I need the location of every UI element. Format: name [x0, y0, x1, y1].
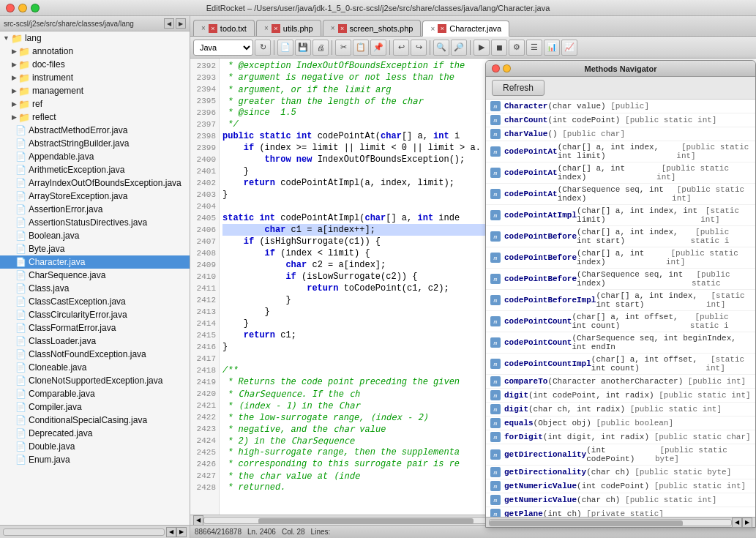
- method-item-compareTo[interactable]: mcompareTo(Character anotherCharacter) […: [486, 375, 755, 389]
- tree-item-ClassFormatError.java[interactable]: 📄ClassFormatError.java: [0, 321, 190, 335]
- scroll-right2[interactable]: ▶: [176, 527, 187, 537]
- methods-close-btn[interactable]: [492, 64, 500, 72]
- methods-scrollbar-thumb[interactable]: [490, 520, 683, 526]
- window-controls[interactable]: [6, 4, 40, 12]
- method-item-codePointAt[interactable]: mcodePointAt(char[] a, int index, int li…: [486, 141, 755, 162]
- method-item-codePointCount[interactable]: mcodePointCount(CharSequence seq, int be…: [486, 332, 755, 354]
- tab-close-icon[interactable]: ×: [201, 24, 206, 32]
- scroll-arrows[interactable]: ◀ ▶: [164, 18, 186, 29]
- tree-item-Appendable.java[interactable]: 📄Appendable.java: [0, 150, 190, 163]
- tab-screen_shots-php[interactable]: ××screen_shots.php: [323, 20, 422, 36]
- method-item-getPlane[interactable]: mgetPlane(int ch) [private static]: [486, 507, 755, 517]
- tree-item-Deprecated.java[interactable]: 📄Deprecated.java: [0, 427, 190, 440]
- tree-item-Enum.java[interactable]: 📄Enum.java: [0, 453, 190, 466]
- tree-item-ArithmeticException.java[interactable]: 📄ArithmeticException.java: [0, 163, 190, 176]
- tree-item-ClassCastException.java[interactable]: 📄ClassCastException.java: [0, 295, 190, 308]
- method-item-getDirectionality[interactable]: mgetDirectionality(char ch) [public stat…: [486, 466, 755, 479]
- tab-Character-java[interactable]: ××Character.java: [422, 20, 509, 37]
- method-item-codePointAt[interactable]: mcodePointAt(char[] a, int index) [publi…: [486, 162, 755, 184]
- toolbar-btn-7[interactable]: 📌: [370, 40, 386, 56]
- toolbar-btn-12[interactable]: ▶: [474, 40, 490, 56]
- close-button[interactable]: [6, 4, 15, 12]
- methods-min-btn[interactable]: [503, 64, 511, 72]
- scroll-code-left[interactable]: ◀: [193, 515, 203, 526]
- method-item-Character[interactable]: mCharacter(char value) [public]: [486, 100, 755, 113]
- toolbar-btn-14[interactable]: ⚙: [509, 40, 525, 56]
- tree-item-ClassLoader.java[interactable]: 📄ClassLoader.java: [0, 335, 190, 348]
- method-item-forDigit[interactable]: mforDigit(int digit, int radix) [public …: [486, 430, 755, 444]
- toolbar-btn-2[interactable]: 📄: [277, 40, 293, 56]
- tree-item-Byte.java[interactable]: 📄Byte.java: [0, 242, 190, 255]
- tree-item-ref[interactable]: ▶📁ref: [0, 97, 190, 111]
- tab-bar[interactable]: ××todo.txt××utils.php××screen_shots.php×…: [190, 16, 756, 37]
- methods-scroll-left[interactable]: ◀: [732, 518, 742, 528]
- left-scrollbar[interactable]: [3, 528, 165, 536]
- method-item-codePointCount[interactable]: mcodePointCount(char[] a, int offset, in…: [486, 311, 755, 332]
- method-item-getDirectionality[interactable]: mgetDirectionality(int codePoint) [publi…: [486, 444, 755, 466]
- tree-item-Compiler.java[interactable]: 📄Compiler.java: [0, 400, 190, 414]
- toolbar-btn-15[interactable]: ☰: [526, 40, 542, 56]
- methods-scrollbar-track[interactable]: [489, 519, 732, 526]
- tree-item-AssertionStatusDirectives.java[interactable]: 📄AssertionStatusDirectives.java: [0, 216, 190, 229]
- tree-item-Class.java[interactable]: 📄Class.java: [0, 282, 190, 295]
- tree-item-ConditionalSpecialCasing.java[interactable]: 📄ConditionalSpecialCasing.java: [0, 414, 190, 427]
- tab-close-icon[interactable]: ×: [331, 24, 335, 32]
- method-item-getNumericValue[interactable]: mgetNumericValue(char ch) [public static…: [486, 493, 755, 507]
- scroll-right-btn[interactable]: ▶: [176, 18, 186, 29]
- method-item-digit[interactable]: mdigit(int codePoint, int radix) [public…: [486, 389, 755, 403]
- tree-item-ArrayStoreException.java[interactable]: 📄ArrayStoreException.java: [0, 190, 190, 203]
- toolbar-btn-17[interactable]: 📈: [561, 40, 577, 56]
- methods-window-controls[interactable]: [492, 64, 511, 72]
- method-item-codePointBefore[interactable]: mcodePointBefore(char[] a, int index) [p…: [486, 247, 755, 269]
- tree-item-Comparable.java[interactable]: 📄Comparable.java: [0, 387, 190, 400]
- methods-scroll-right[interactable]: ▶: [742, 518, 752, 528]
- tree-item-AssertionError.java[interactable]: 📄AssertionError.java: [0, 203, 190, 216]
- minimize-button[interactable]: [18, 4, 27, 12]
- toolbar-btn-5[interactable]: ✂: [335, 40, 351, 56]
- tree-item-ClassCircularityError.java[interactable]: 📄ClassCircularityError.java: [0, 308, 190, 321]
- language-select[interactable]: JavaPHPHTMLCSSJavaScript: [193, 40, 253, 56]
- tree-item-Double.java[interactable]: 📄Double.java: [0, 440, 190, 453]
- method-item-getNumericValue[interactable]: mgetNumericValue(int codePoint) [public …: [486, 479, 755, 493]
- tree-item-ClassNotFoundException.java[interactable]: 📄ClassNotFoundException.java: [0, 348, 190, 361]
- maximize-button[interactable]: [31, 4, 40, 12]
- toolbar-btn-16[interactable]: 📊: [544, 40, 560, 56]
- tree-item-doc-files[interactable]: ▶📁doc-files: [0, 58, 190, 71]
- method-item-digit[interactable]: mdigit(char ch, int radix) [public stati…: [486, 403, 755, 416]
- tree-item-AbstractMethodError.java[interactable]: 📄AbstractMethodError.java: [0, 124, 190, 137]
- tab-utils-php[interactable]: ××utils.php: [256, 20, 321, 36]
- tree-item-AbstractStringBuilder.java[interactable]: 📄AbstractStringBuilder.java: [0, 137, 190, 150]
- methods-list[interactable]: mCharacter(char value) [public]mcharCoun…: [486, 100, 755, 517]
- toolbar-btn-10[interactable]: 🔍: [433, 40, 449, 56]
- tab-todo-txt[interactable]: ××todo.txt: [193, 20, 255, 36]
- tree-item-CloneNotSupportedException.java[interactable]: 📄CloneNotSupportedException.java: [0, 374, 190, 387]
- toolbar-btn-3[interactable]: 💾: [295, 40, 311, 56]
- method-item-charCount[interactable]: mcharCount(int codePoint) [public static…: [486, 113, 755, 127]
- tree-item-instrument[interactable]: ▶📁instrument: [0, 71, 190, 84]
- code-scrollbar-thumb[interactable]: [258, 518, 474, 524]
- tree-item-Cloneable.java[interactable]: 📄Cloneable.java: [0, 361, 190, 374]
- method-item-equals[interactable]: mequals(Object obj) [public boolean]: [486, 416, 755, 430]
- tree-item-Boolean.java[interactable]: 📄Boolean.java: [0, 229, 190, 242]
- tree-item-lang[interactable]: ▼📁lang: [0, 31, 190, 45]
- method-item-codePointCountImpl[interactable]: mcodePointCountImpl(char[] a, int offset…: [486, 354, 755, 375]
- method-item-codePointAtImpl[interactable]: mcodePointAtImpl(char[] a, int index, in…: [486, 205, 755, 226]
- tree-item-ArrayIndexOutOfBoundsException.java[interactable]: 📄ArrayIndexOutOfBoundsException.java: [0, 176, 190, 190]
- toolbar-btn-4[interactable]: 🖨: [312, 40, 329, 56]
- toolbar-btn-1[interactable]: ↻: [255, 40, 271, 56]
- methods-toolbar[interactable]: Refresh: [486, 77, 755, 100]
- toolbar-btn-13[interactable]: ⏹: [491, 40, 507, 56]
- tree-item-reflect[interactable]: ▶📁reflect: [0, 111, 190, 124]
- toolbar-btn-8[interactable]: ↩: [393, 40, 409, 56]
- tree-item-CharSequence.java[interactable]: 📄CharSequence.java: [0, 269, 190, 282]
- tab-close-icon[interactable]: ×: [430, 25, 435, 33]
- scroll-left2[interactable]: ◀: [166, 527, 176, 537]
- toolbar-btn-6[interactable]: 📋: [353, 40, 369, 56]
- tree-item-annotation[interactable]: ▶📁annotation: [0, 45, 190, 58]
- method-item-codePointBefore[interactable]: mcodePointBefore(char[] a, int index, in…: [486, 226, 755, 247]
- method-item-codePointBefore[interactable]: mcodePointBefore(CharSequence seq, int i…: [486, 269, 755, 290]
- method-item-charValue[interactable]: mcharValue() [public char]: [486, 127, 755, 141]
- method-item-codePointBeforeImpl[interactable]: mcodePointBeforeImpl(char[] a, int index…: [486, 290, 755, 311]
- file-tree[interactable]: ▼📁lang▶📁annotation▶📁doc-files▶📁instrumen…: [0, 31, 190, 525]
- tab-close-icon[interactable]: ×: [264, 24, 269, 32]
